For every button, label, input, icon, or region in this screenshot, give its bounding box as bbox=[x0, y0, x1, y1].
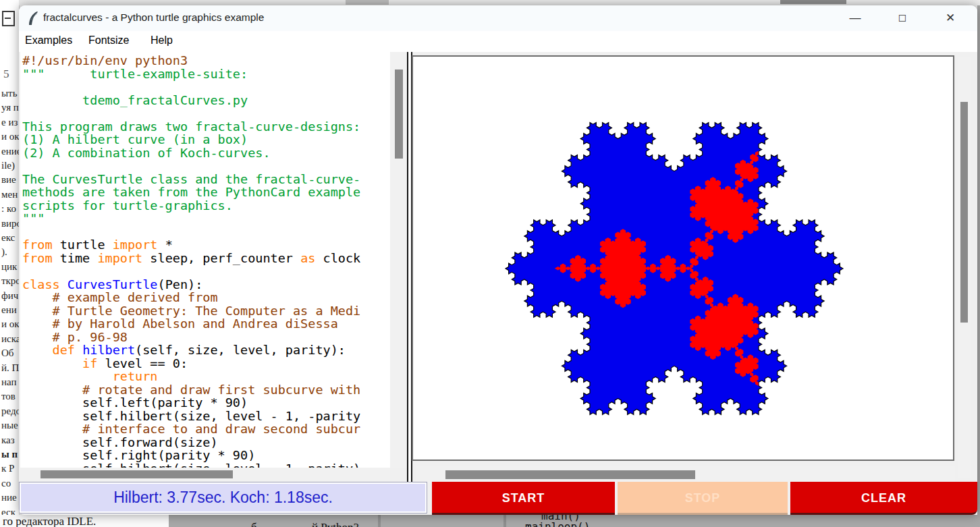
background-text-fragment: : ко bbox=[1, 203, 16, 215]
code-line: self.hilbert(size, level - 1, -parity bbox=[22, 410, 360, 423]
menu-item-fontsize[interactable]: Fontsize bbox=[86, 34, 132, 49]
background-python-text: й Python3 bbox=[312, 521, 359, 527]
code-line: scripts for turtle-graphics. bbox=[22, 199, 360, 213]
canvas-horizontal-scrollbar-thumb[interactable] bbox=[445, 470, 695, 479]
background-text-fragment: нап bbox=[1, 377, 17, 388]
background-idle-text: го редактора IDLE. bbox=[3, 515, 96, 527]
background-text-fragment: ile) bbox=[1, 160, 15, 171]
code-line: from time import sleep, perf_counter as … bbox=[22, 252, 360, 265]
background-text-fragment: и ок bbox=[1, 131, 20, 142]
background-text-fragment: редо bbox=[1, 406, 20, 417]
menu-item-help[interactable]: Help bbox=[148, 34, 175, 49]
status-bar: Hilbert: 3.77sec. Koch: 1.18sec. bbox=[19, 482, 427, 514]
background-b-text: б bbox=[251, 521, 257, 527]
status-text: Hilbert: 3.77sec. Koch: 1.18sec. bbox=[113, 489, 333, 507]
background-text-fragment: екс bbox=[1, 232, 15, 244]
background-text-fragment: й. П bbox=[1, 362, 19, 374]
code-line bbox=[22, 107, 360, 120]
code-line: from turtle import * bbox=[22, 238, 360, 252]
code-line: if level == 0: bbox=[22, 357, 360, 370]
background-text-fragment: ные bbox=[1, 420, 18, 431]
code-line: # example derived from bbox=[22, 291, 360, 304]
background-number: 5 bbox=[3, 67, 9, 81]
background-text-fragment: каз bbox=[1, 435, 15, 446]
background-text-fragment: мен bbox=[1, 189, 18, 200]
background-text-fragment: ени bbox=[1, 304, 17, 316]
screen: 5 ытьуя пе изи окениеile)виемен: ковирое… bbox=[0, 0, 980, 527]
code-line: return bbox=[22, 370, 360, 383]
background-tab-block bbox=[346, 0, 389, 5]
code-line: # p. 96-98 bbox=[22, 331, 360, 344]
background-text-fragment: со bbox=[1, 478, 11, 489]
code-vertical-scrollbar[interactable] bbox=[391, 52, 406, 468]
background-text-fragment: фич bbox=[1, 290, 18, 302]
stop-button[interactable]: STOP bbox=[618, 482, 788, 515]
code-line: # rotate and draw first subcurve with bbox=[22, 383, 360, 397]
code-line: # Turtle Geometry: The Computer as a Med… bbox=[22, 304, 360, 318]
background-text-fragment: ение bbox=[1, 146, 20, 157]
code-line: (1) A hilbert curve (in a box) bbox=[22, 133, 360, 146]
turtle-canvas bbox=[412, 55, 954, 461]
code-line: self.right(parity * 90) bbox=[22, 449, 360, 462]
background-text-fragment: цик bbox=[1, 261, 17, 273]
code-line: The CurvesTurtle class and the fractal-c… bbox=[22, 173, 360, 186]
code-line: class CurvesTurtle(Pen): bbox=[22, 278, 360, 292]
minimize-button[interactable]: — bbox=[842, 5, 869, 31]
background-text-fragment: Об bbox=[1, 348, 13, 359]
code-line: tdemo_fractalCurves.py bbox=[22, 94, 360, 107]
code-line: This program draws two fractal-curve-des… bbox=[22, 120, 360, 134]
clear-button[interactable]: CLEAR bbox=[790, 482, 977, 515]
title-bar[interactable]: fractalcurves - a Python turtle graphics… bbox=[19, 5, 977, 31]
code-line: self.left(parity * 90) bbox=[22, 396, 360, 410]
background-text-fragment: ыть bbox=[1, 88, 17, 99]
background-text-fragment: е из bbox=[1, 117, 18, 128]
window-title: fractalcurves - a Python turtle graphics… bbox=[43, 11, 264, 24]
background-text-block bbox=[780, 0, 846, 4]
code-line: #!/usr/bin/env python3 bbox=[22, 54, 360, 67]
background-text-fragment: к Р bbox=[1, 463, 14, 474]
python-feather-icon bbox=[27, 11, 39, 26]
close-button[interactable]: ✕ bbox=[937, 5, 964, 31]
code-line: # interface to and draw second subcur bbox=[22, 422, 360, 436]
menu-item-examples[interactable]: Examples bbox=[22, 34, 75, 49]
code-line: methods are taken from the PythonCard ex… bbox=[22, 186, 360, 199]
code-line bbox=[22, 159, 360, 173]
code-line: """ turtle-example-suite: bbox=[22, 67, 360, 81]
background-text-fragment: ткро bbox=[1, 275, 20, 287]
code-horizontal-scrollbar-thumb[interactable] bbox=[40, 470, 233, 478]
background-text-fragment: ы п bbox=[1, 449, 18, 460]
code-vertical-scrollbar-thumb[interactable] bbox=[395, 70, 403, 159]
menu-bar: Examples Fontsize Help bbox=[19, 31, 977, 52]
background-page-icon bbox=[2, 11, 15, 26]
background-text-fragment: уя п bbox=[1, 102, 19, 113]
maximize-button[interactable]: ☐ bbox=[889, 5, 916, 31]
background-top-strip bbox=[19, 0, 980, 5]
background-text-fragment: еск bbox=[1, 507, 16, 515]
background-text-fragment: виро bbox=[1, 218, 20, 229]
code-line: self.forward(size) bbox=[22, 436, 360, 449]
background-text-fragment: тов bbox=[1, 391, 16, 402]
code-line bbox=[22, 225, 360, 239]
background-text-fragment: иска bbox=[1, 333, 20, 345]
canvas-vertical-scrollbar[interactable] bbox=[958, 57, 971, 478]
background-text-fragment: ние bbox=[1, 492, 17, 503]
code-line: """ bbox=[22, 212, 360, 225]
background-window-left-strip: 5 ытьуя пе изи окениеile)виемен: ковирое… bbox=[0, 0, 20, 515]
code-line: def hilbert(self, size, level, parity): bbox=[22, 343, 360, 357]
background-text-fragment: вие bbox=[1, 174, 16, 186]
code-text: #!/usr/bin/env python3""" turtle-example… bbox=[22, 54, 360, 468]
code-viewer[interactable]: #!/usr/bin/env python3""" turtle-example… bbox=[20, 52, 390, 468]
background-text-fragment: ). bbox=[1, 246, 7, 258]
canvas-horizontal-scrollbar[interactable] bbox=[416, 466, 955, 483]
canvas-vertical-scrollbar-thumb[interactable] bbox=[960, 102, 968, 323]
code-horizontal-scrollbar[interactable] bbox=[20, 468, 390, 481]
code-line: self.hilbert(size, level - 1, parity) bbox=[22, 462, 360, 468]
background-code-text-2: mainloop() bbox=[525, 520, 590, 527]
code-line: (2) A combination of Koch-curves. bbox=[22, 146, 360, 160]
start-button[interactable]: START bbox=[432, 482, 615, 515]
background-text-fragment: и ок bbox=[1, 318, 20, 330]
code-line bbox=[22, 80, 360, 94]
app-window: fractalcurves - a Python turtle graphics… bbox=[19, 5, 977, 515]
code-line: # by Harold Abelson and Andrea diSessa bbox=[22, 317, 360, 331]
code-line bbox=[22, 265, 360, 278]
